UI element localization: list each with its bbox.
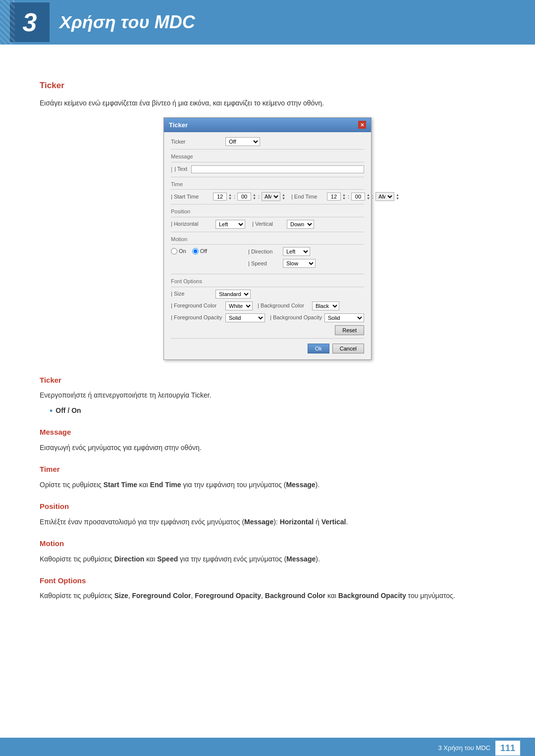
dialog-title: Ticker <box>169 120 188 130</box>
position-section-label: Position <box>171 207 364 217</box>
time-section-label: Time <box>171 180 364 190</box>
speed-label: | Speed <box>248 259 283 268</box>
dialog-close-button[interactable]: ✕ <box>358 121 366 129</box>
chapter-title: Χρήση του MDC <box>59 9 195 36</box>
end-time-label: | End Time <box>291 193 327 201</box>
motion-radio-row: On Off <box>171 247 248 255</box>
size-select[interactable]: StandardLargeSmall <box>215 290 251 299</box>
text-input[interactable] <box>191 165 364 173</box>
divider-2 <box>171 177 364 177</box>
end-time-hour-spinner[interactable]: ▲▼ <box>342 193 346 200</box>
end-time-minute[interactable] <box>351 193 365 201</box>
dialog-footer: Ok Cancel <box>171 344 364 353</box>
end-time-ampm[interactable]: AMPM <box>375 192 394 201</box>
footer-section-label: 3 Χρήση του MDC <box>438 743 490 753</box>
fg-color-row: | Foreground Color WhiteBlack | Backgrou… <box>171 302 364 310</box>
off-on-bullet: • Off / On <box>50 405 495 416</box>
direction-row: | Direction LeftRight <box>248 247 364 256</box>
bullet-icon: • <box>50 406 53 415</box>
ticker-body-title: Ticker <box>40 375 495 386</box>
start-time-minute[interactable] <box>237 193 251 201</box>
intro-text: Εισάγει κείμενο ενώ εμφανίζεται ένα βίντ… <box>40 98 495 108</box>
motion-section-label: Motion <box>171 235 364 245</box>
start-time-sep1: : <box>233 193 236 201</box>
radio-on[interactable] <box>171 248 177 254</box>
text-label: | Text <box>171 165 187 174</box>
start-time-sep2: : <box>257 193 261 201</box>
timer-body-desc: Ορίστε τις ρυθμίσεις Start Time και End … <box>40 479 495 490</box>
bg-opacity-label: | Background Opacity <box>270 313 324 322</box>
size-label: | Size <box>171 290 215 298</box>
section-title-ticker: Ticker <box>40 79 495 92</box>
end-time-sep2: : <box>371 193 374 201</box>
ok-button[interactable]: Ok <box>308 344 329 353</box>
fg-opacity-select[interactable]: SolidTransparent <box>225 313 265 322</box>
font-body-desc: Καθορίστε τις ρυθμίσεις Size, Foreground… <box>40 590 495 601</box>
horizontal-label: | Horizontal <box>171 220 215 228</box>
main-content: Ticker Εισάγει κείμενο ενώ εμφανίζεται έ… <box>0 45 535 738</box>
ticker-dialog: Ticker ✕ Ticker Off On Message | Text <box>163 117 372 360</box>
dialog-titlebar: Ticker ✕ <box>164 118 371 133</box>
end-time-group: ▲▼ : ▲▼ : AMPM ▲▼ <box>327 192 399 201</box>
header-banner: 3 Χρήση του MDC <box>0 0 535 45</box>
message-section-label: Message <box>171 152 364 162</box>
start-time-ampm-spinner[interactable]: ▲▼ <box>282 193 285 200</box>
message-body-title: Message <box>40 427 495 438</box>
end-time-ampm-spinner[interactable]: ▲▼ <box>396 193 399 200</box>
bg-color-select[interactable]: BlackWhite <box>312 302 339 310</box>
speed-select[interactable]: SlowMediumFast <box>283 259 316 268</box>
start-time-group: ▲▼ : ▲▼ : AMPM ▲▼ <box>213 192 285 201</box>
direction-select[interactable]: LeftRight <box>283 247 310 256</box>
start-time-label: | Start Time <box>171 193 213 201</box>
chapter-number: 3 <box>10 2 50 42</box>
footer-page-number: 111 <box>495 741 520 756</box>
position-row: | Horizontal LeftRightCenter | Vertical … <box>171 220 364 229</box>
cancel-button[interactable]: Cancel <box>332 344 364 353</box>
start-time-hour-spinner[interactable]: ▲▼ <box>228 193 232 200</box>
bg-color-label: | Background Color <box>258 302 312 310</box>
vertical-select[interactable]: DownUp <box>287 220 314 229</box>
ticker-field-label: Ticker <box>171 138 225 146</box>
end-time-hour[interactable] <box>327 193 341 201</box>
divider-4 <box>171 232 364 232</box>
position-body-title: Position <box>40 501 495 512</box>
motion-content: On Off | Direction LeftRight <box>171 247 364 271</box>
start-time-hour[interactable] <box>213 193 227 201</box>
off-on-label: Off / On <box>55 405 81 416</box>
position-body-desc: Επιλέξτε έναν προσανατολισμό για την εμφ… <box>40 516 495 527</box>
reset-button[interactable]: Reset <box>335 325 364 335</box>
start-time-minute-spinner[interactable]: ▲▼ <box>253 193 256 200</box>
radio-off-label: Off <box>200 247 207 255</box>
motion-left: On Off <box>171 247 248 258</box>
fg-opacity-label: | Foreground Opacity <box>171 313 225 322</box>
bg-opacity-select[interactable]: SolidTransparent <box>324 313 364 322</box>
font-section-label: Font Options <box>171 277 364 287</box>
start-time-ampm[interactable]: AMPM <box>262 192 280 201</box>
divider-6 <box>171 338 364 339</box>
header-stripe <box>0 0 15 45</box>
fg-opacity-row: | Foreground Opacity SolidTransparent | … <box>171 313 364 322</box>
reset-row: Reset <box>171 325 364 335</box>
font-body-title: Font Options <box>40 575 495 587</box>
message-body-desc: Εισαγωγή ενός μηνύματος για εμφάνιση στη… <box>40 442 495 453</box>
divider-3 <box>171 204 364 204</box>
size-row: | Size StandardLargeSmall <box>171 290 364 299</box>
motion-right: | Direction LeftRight | Speed SlowMedium… <box>248 247 364 271</box>
timer-body-title: Timer <box>40 464 495 475</box>
end-time-minute-spinner[interactable]: ▲▼ <box>367 193 370 200</box>
radio-off-item: Off <box>192 247 207 255</box>
horizontal-select[interactable]: LeftRightCenter <box>215 220 245 229</box>
text-row: | Text <box>171 165 364 174</box>
time-row: | Start Time ▲▼ : ▲▼ : AMPM ▲▼ | End Tim… <box>171 192 364 201</box>
motion-body-desc: Καθορίστε τις ρυθμίσεις Direction και Sp… <box>40 554 495 564</box>
radio-on-label: On <box>179 247 186 255</box>
end-time-sep1: : <box>347 193 350 201</box>
divider-1 <box>171 149 364 150</box>
radio-off[interactable] <box>192 248 199 254</box>
fg-color-select[interactable]: WhiteBlack <box>225 302 253 310</box>
divider-5 <box>171 274 364 274</box>
ticker-body-desc: Ενεργοποιήστε ή απενεργοποιήστε τη λειτο… <box>40 390 495 401</box>
page-footer: 3 Χρήση του MDC 111 <box>0 738 535 756</box>
motion-body-title: Motion <box>40 538 495 550</box>
ticker-select[interactable]: Off On <box>225 137 260 146</box>
